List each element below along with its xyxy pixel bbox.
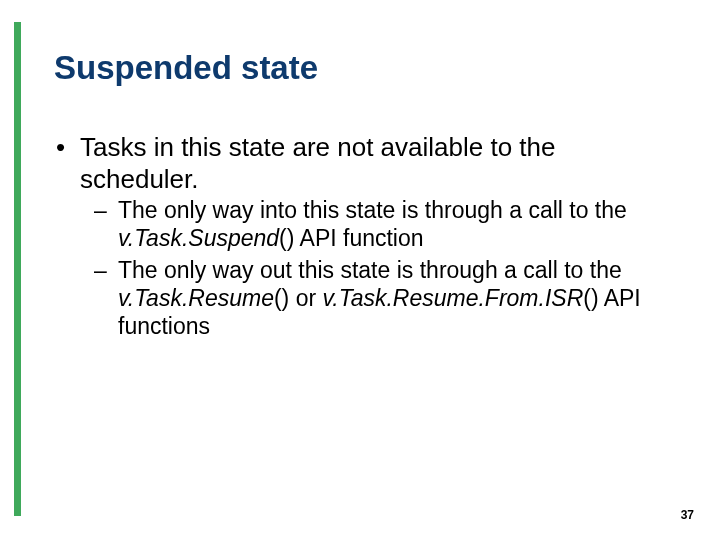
bullet-text: Tasks in this state are not available to… xyxy=(80,132,556,194)
page-number: 37 xyxy=(681,508,694,522)
sub-text: () or xyxy=(274,285,323,311)
bullet-item: Tasks in this state are not available to… xyxy=(54,132,672,340)
sub-bullet-list: The only way into this state is through … xyxy=(80,196,672,340)
sub-text: () API function xyxy=(279,225,423,251)
bullet-list: Tasks in this state are not available to… xyxy=(54,132,672,340)
slide-container: Suspended state Tasks in this state are … xyxy=(0,0,720,540)
sub-text: The only way into this state is through … xyxy=(118,197,627,223)
sub-text: The only way out this state is through a… xyxy=(118,257,622,283)
sub-bullet-item: The only way into this state is through … xyxy=(92,196,672,252)
sub-bullet-item: The only way out this state is through a… xyxy=(92,256,672,340)
slide-title: Suspended state xyxy=(54,50,672,86)
api-name: v.Task.Resume xyxy=(118,285,274,311)
api-name: v.Task.Suspend xyxy=(118,225,279,251)
api-name: v.Task.Resume.From.ISR xyxy=(323,285,584,311)
